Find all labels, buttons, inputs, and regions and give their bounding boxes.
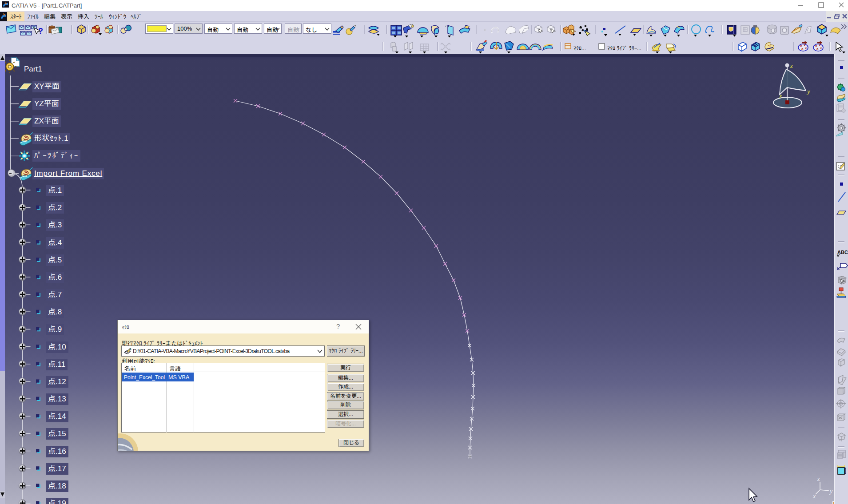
svg-text:x: x [820, 46, 822, 50]
svg-text:?: ? [336, 323, 340, 330]
svg-text:z: z [817, 476, 820, 482]
svg-text:x: x [816, 47, 819, 51]
svg-text:x: x [779, 92, 782, 99]
svg-text:Point_Excel_Tool: Point_Excel_Tool [124, 374, 165, 381]
svg-text:x: x [805, 46, 807, 50]
svg-text:?: ? [38, 27, 43, 36]
svg-text:y: y [806, 88, 810, 95]
svg-text:x: x [812, 493, 816, 500]
svg-text:x: x [801, 47, 804, 51]
svg-text:y: y [829, 488, 833, 495]
svg-text:MS VBA: MS VBA [168, 374, 190, 381]
svg-text:z: z [790, 62, 793, 69]
svg-text:ABC: ABC [837, 250, 848, 255]
